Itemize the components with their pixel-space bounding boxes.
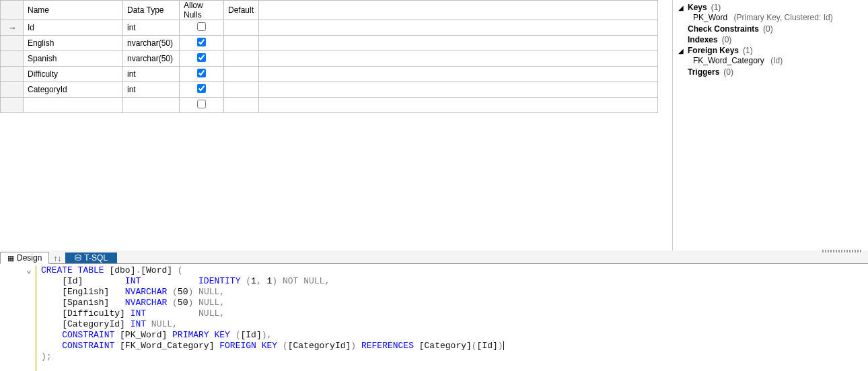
indexes-header[interactable]: Indexes (0) — [678, 35, 863, 44]
keys-count: (1) — [711, 3, 721, 12]
cell-name[interactable]: Difficulty — [24, 67, 123, 82]
select-all-corner[interactable] — [1, 1, 24, 20]
table-row[interactable]: Difficultyint — [1, 67, 658, 82]
row-header[interactable] — [1, 98, 24, 113]
allow-nulls-checkbox[interactable] — [197, 53, 206, 62]
keys-label: Keys — [688, 3, 707, 12]
splitter-handle[interactable] — [822, 250, 863, 252]
cell-default[interactable] — [224, 20, 259, 36]
sql-icon: ⛁ — [75, 253, 81, 263]
table-designer-panel: Name Data Type Allow Nulls Default ⊸Idin… — [0, 0, 673, 250]
check-constraints-header[interactable]: Check Constraints (0) — [678, 24, 863, 34]
cell-default[interactable] — [224, 67, 259, 82]
cell-allownulls[interactable] — [180, 36, 224, 51]
cell-filler — [259, 20, 658, 36]
script-tabstrip: ▦ Design ↑↓ ⛁ T-SQL — [0, 250, 868, 264]
table-row[interactable]: CategoryIdint — [1, 82, 658, 98]
cell-filler — [259, 82, 658, 98]
col-header-datatype[interactable]: Data Type — [123, 1, 180, 20]
cell-allownulls[interactable] — [180, 20, 224, 36]
cell-datatype[interactable]: nvarchar(50) — [123, 51, 180, 67]
cell-allownulls[interactable] — [180, 98, 224, 113]
col-header-allownulls[interactable]: Allow Nulls — [180, 1, 224, 20]
table-row-new[interactable] — [1, 98, 658, 113]
fks-count: (1) — [743, 46, 753, 55]
cell-datatype[interactable]: int — [123, 20, 180, 36]
triggers-count: (0) — [723, 67, 733, 77]
fk-name: FK_Word_Category — [693, 56, 764, 65]
check-count: (0) — [763, 24, 773, 34]
sql-text[interactable]: CREATE TABLE [dbo].[Word] ( [Id] INT IDE… — [37, 265, 504, 371]
cell-datatype[interactable]: int — [123, 67, 180, 82]
sql-editor[interactable]: ⌄ CREATE TABLE [dbo].[Word] ( [Id] INT I… — [0, 264, 868, 371]
table-row[interactable]: ⊸Idint — [1, 20, 658, 36]
allow-nulls-checkbox[interactable] — [197, 22, 206, 31]
cell-name[interactable]: English — [24, 36, 123, 51]
primary-key-icon: ⊸ — [9, 24, 15, 32]
cell-allownulls[interactable] — [180, 82, 224, 98]
table-row[interactable]: Englishnvarchar(50) — [1, 36, 658, 51]
cell-filler — [259, 36, 658, 51]
expand-icon: ◢ — [678, 4, 685, 11]
indexes-count: (0) — [722, 35, 732, 44]
cell-datatype[interactable]: nvarchar(50) — [123, 36, 180, 51]
row-header[interactable]: ⊸ — [1, 20, 24, 36]
allow-nulls-checkbox[interactable] — [197, 38, 206, 46]
cell-datatype[interactable] — [123, 98, 180, 113]
properties-panel: ◢ Keys (1) PK_Word (Primary Key, Cluster… — [673, 0, 868, 250]
keys-item[interactable]: PK_Word (Primary Key, Clustered: Id) — [678, 12, 863, 23]
columns-grid[interactable]: Name Data Type Allow Nulls Default ⊸Idin… — [0, 0, 658, 113]
table-icon: ▦ — [7, 254, 14, 263]
row-header[interactable] — [1, 36, 24, 51]
tab-scroll-buttons[interactable]: ↑↓ — [49, 254, 65, 263]
foreign-keys-header[interactable]: ◢ Foreign Keys (1) — [678, 46, 863, 55]
cell-filler — [259, 67, 658, 82]
col-header-default[interactable]: Default — [224, 1, 259, 20]
fks-label: Foreign Keys — [688, 46, 739, 55]
cell-name[interactable] — [24, 98, 123, 113]
tab-tsql[interactable]: ⛁ T-SQL — [65, 252, 117, 263]
check-label: Check Constraints — [688, 24, 759, 34]
cell-default[interactable] — [224, 98, 259, 113]
cell-filler — [259, 51, 658, 67]
tab-design-label: Design — [17, 253, 42, 263]
row-header[interactable] — [1, 51, 24, 67]
col-header-filler — [259, 1, 658, 20]
cell-filler — [259, 98, 658, 113]
keys-section-header[interactable]: ◢ Keys (1) — [678, 3, 863, 12]
cell-allownulls[interactable] — [180, 51, 224, 67]
cell-default[interactable] — [224, 51, 259, 67]
tab-tsql-label: T-SQL — [84, 253, 108, 263]
triggers-header[interactable]: Triggers (0) — [678, 67, 863, 77]
table-row[interactable]: Spanishnvarchar(50) — [1, 51, 658, 67]
text-cursor — [503, 341, 504, 350]
cell-name[interactable]: Id — [24, 20, 123, 36]
pk-name: PK_Word — [693, 13, 727, 22]
allow-nulls-checkbox[interactable] — [197, 100, 206, 108]
indexes-label: Indexes — [688, 35, 718, 44]
fk-detail: (Id) — [770, 56, 783, 65]
allow-nulls-checkbox[interactable] — [197, 84, 206, 93]
cell-allownulls[interactable] — [180, 67, 224, 82]
tab-design[interactable]: ▦ Design — [0, 252, 49, 264]
cell-datatype[interactable]: int — [123, 82, 180, 98]
row-header[interactable] — [1, 67, 24, 82]
row-header[interactable] — [1, 82, 24, 98]
allow-nulls-checkbox[interactable] — [197, 69, 206, 77]
cell-name[interactable]: CategoryId — [24, 82, 123, 98]
pk-detail: (Primary Key, Clustered: Id) — [733, 13, 832, 22]
cell-default[interactable] — [224, 36, 259, 51]
fold-toggle[interactable]: ⌄ — [24, 265, 34, 371]
cell-name[interactable]: Spanish — [24, 51, 123, 67]
fks-item[interactable]: FK_Word_Category (Id) — [678, 55, 863, 66]
cell-default[interactable] — [224, 82, 259, 98]
expand-icon: ◢ — [678, 47, 685, 55]
triggers-label: Triggers — [688, 67, 719, 77]
col-header-name[interactable]: Name — [24, 1, 123, 20]
